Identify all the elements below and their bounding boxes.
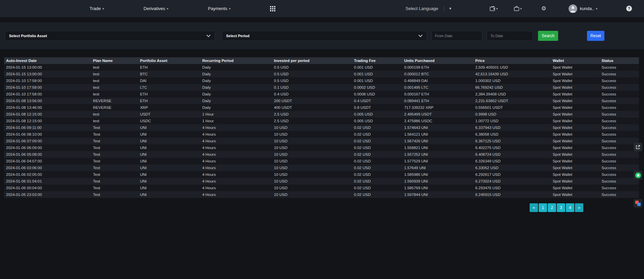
table-cell: 2.475886 USDC [402, 118, 473, 124]
table-cell: 66.769242 USD [473, 84, 551, 91]
user-menu[interactable]: kunda.. ▾ [569, 4, 597, 13]
orders-menu[interactable]: ▾ [514, 6, 522, 11]
table-cell: USDT [138, 111, 200, 118]
from-date-input[interactable] [431, 31, 482, 41]
apps-grid-icon[interactable] [270, 6, 275, 11]
to-date-input[interactable] [487, 31, 533, 41]
table-cell: 6.292617 USD [473, 171, 551, 178]
briefcase-icon [514, 6, 519, 11]
table-cell: 10 USD [272, 178, 352, 185]
table-cell: Success [600, 131, 639, 138]
nav-derivatives-menu[interactable]: Derivatives ▾ [144, 6, 168, 11]
table-cell: 4 Hours [200, 178, 272, 185]
settings-gear-icon[interactable]: ⚙ [541, 5, 546, 12]
table-row: 2024-01-06 03:06:00TestUNI4 Hours10 USD0… [4, 164, 639, 171]
table-cell: 6.367125 USD [473, 138, 551, 144]
pagination-page-4[interactable]: 4 [566, 203, 574, 212]
table-cell: 4 Hours [200, 191, 272, 198]
table-cell: 2024-01-06 08:10:00 [4, 131, 91, 138]
nav-trade-menu[interactable]: Trade ▾ [90, 6, 104, 11]
table-cell: Daily [200, 97, 272, 104]
table-cell: 0.02 USD [352, 124, 402, 131]
table-cell: 0.001 USD [352, 64, 402, 71]
table-cell: 0.02 USD [352, 144, 402, 151]
table-cell: Spot Wallet [551, 124, 600, 131]
auto-invest-table: Auto-Invest DatePlan NamePortfolio Asset… [4, 57, 639, 198]
nav-trade-label: Trade [90, 6, 101, 11]
table-cell: 2024-01-06 02:05:00 [4, 171, 91, 178]
table-cell: Test [91, 158, 138, 164]
table-cell: 10 USD [272, 131, 352, 138]
table-row: 2024-01-08 13:46:00REVERSEXRPDaily400 US… [4, 104, 639, 111]
reset-button[interactable]: Reset [587, 31, 604, 41]
table-cell: 0.0002 USD [352, 84, 402, 91]
table-cell: Test [91, 164, 138, 171]
table-cell: Success [600, 124, 639, 131]
portfolio-asset-select[interactable]: Select Portfolio Asset [5, 31, 215, 41]
table-cell: 0.02 USD [352, 178, 402, 185]
table-cell: 1.590939 UNI [402, 178, 473, 185]
external-link-widget-button[interactable] [634, 143, 642, 151]
support-widget-button[interactable] [634, 199, 642, 208]
period-select[interactable]: Select Period [222, 31, 427, 41]
language-selector[interactable]: Select Language [406, 6, 438, 11]
table-cell: 6.408724 USD [473, 151, 551, 158]
pagination-next[interactable]: » [575, 203, 583, 212]
table-cell: 0.000199 ETH [402, 64, 473, 71]
table-cell: Test [91, 151, 138, 158]
external-link-icon [636, 145, 640, 149]
table-cell: Spot Wallet [551, 151, 600, 158]
table-cell: 0.001495 LTC [402, 84, 473, 91]
pagination-page-3[interactable]: 3 [557, 203, 565, 212]
table-row: 2024-01-06 09:11:00TestUNI4 Hours10 USD0… [4, 124, 639, 131]
language-caret-icon[interactable]: ▼ [449, 7, 452, 10]
table-cell: 717.339232 XRP [402, 104, 473, 111]
table-cell: 200 USDT [272, 97, 352, 104]
column-header-auto-invest-date: Auto-Invest Date [4, 57, 91, 64]
table-cell: Success [600, 84, 639, 91]
table-cell: Spot Wallet [551, 158, 600, 164]
table-cell: 6.337943 USD [473, 124, 551, 131]
table-cell: 1.558821 UNI [402, 144, 473, 151]
table-cell: 1.585769 UNI [402, 185, 473, 191]
table-cell: 1.585986 UNI [402, 171, 473, 178]
pagination-page-2[interactable]: 2 [548, 203, 556, 212]
table-cell: 2,509.405501 USD [473, 64, 551, 71]
nav-payments-menu[interactable]: Payments ▾ [208, 6, 230, 11]
table-cell: UNI [138, 124, 200, 131]
table-cell: Spot Wallet [551, 118, 600, 124]
table-cell: 1.564121 UNI [402, 131, 473, 138]
search-button[interactable]: Search [538, 31, 558, 41]
pagination-prev[interactable]: « [530, 203, 538, 212]
column-header-units-purchased: Units Purchased [402, 57, 473, 64]
table-cell: test [91, 64, 138, 71]
table-cell: 2024-01-06 07:09:00 [4, 138, 91, 144]
table-cell: 10 USD [272, 158, 352, 164]
table-row: 2024-01-08 13:56:00REVERSEETHDaily200 US… [4, 97, 639, 104]
table-cell: 4 Hours [200, 144, 272, 151]
pagination-page-1[interactable]: 1 [539, 203, 547, 212]
help-icon[interactable]: ? [626, 6, 632, 11]
table-cell: UNI [138, 191, 200, 198]
table-cell: Success [600, 151, 639, 158]
table-cell: 6.293476 USD [473, 185, 551, 191]
navbar-right: Select Language ▼ ▾ ▾ ⚙ [406, 4, 644, 13]
table-cell: UNI [138, 151, 200, 158]
table-cell: test [91, 118, 138, 124]
column-header-recurring-period: Recurring Period [200, 57, 272, 64]
table-cell: 10 USD [272, 171, 352, 178]
table-cell: Spot Wallet [551, 97, 600, 104]
table-cell: test [91, 77, 138, 84]
table-cell: Success [600, 77, 639, 84]
table-cell: 0.556501 USDT [473, 104, 551, 111]
table-cell: 2024-01-06 09:11:00 [4, 124, 91, 131]
table-cell: 2024-01-06 04:07:00 [4, 158, 91, 164]
table-cell: Test [91, 171, 138, 178]
table-cell: 4 Hours [200, 164, 272, 171]
table-cell: Spot Wallet [551, 185, 600, 191]
whatsapp-widget-button[interactable] [634, 171, 642, 180]
table-cell: 0.02 USD [352, 138, 402, 144]
wallet-menu[interactable]: ▾ [490, 6, 498, 11]
table-cell: 6.273024 USD [473, 178, 551, 185]
table-cell: 6.38058 USD [473, 131, 551, 138]
